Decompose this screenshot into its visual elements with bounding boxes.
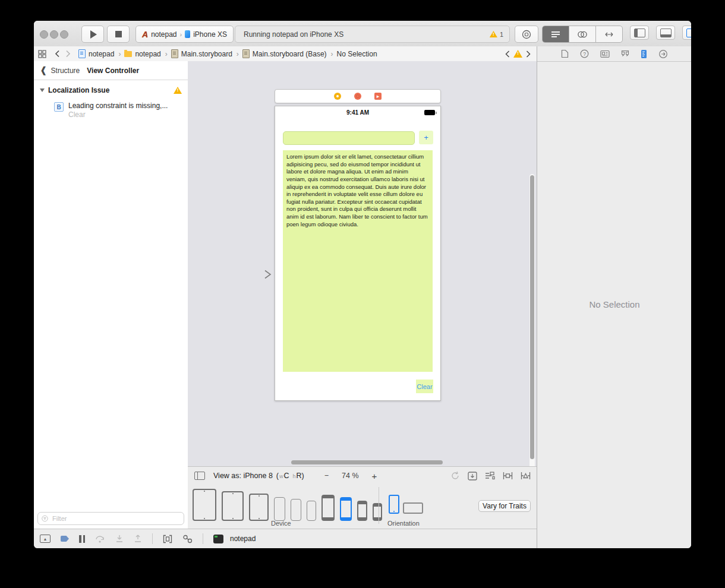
view-controller-icon[interactable] [334, 93, 341, 100]
issue-group-row[interactable]: Localization Issue [34, 86, 188, 94]
scheme-project: notepad [151, 30, 176, 39]
breadcrumb-chevron: › [331, 50, 333, 58]
status-text: Running notepad on iPhone XS [244, 30, 490, 39]
group-warning-icon [174, 87, 182, 94]
vary-for-traits-button[interactable]: Vary for Traits [478, 500, 531, 512]
zoom-window-button[interactable] [60, 30, 68, 39]
update-frames-button[interactable] [450, 471, 460, 480]
current-issue-warning-icon[interactable] [513, 50, 522, 58]
device-iphone-8-plus[interactable] [321, 495, 335, 521]
step-over-button[interactable] [95, 535, 105, 543]
navigator-panel-toggle[interactable] [630, 26, 649, 40]
canvas-vertical-scrollbar[interactable] [529, 174, 535, 466]
related-items-button[interactable] [38, 50, 46, 58]
standard-editor-button[interactable] [543, 26, 569, 42]
issue-navigation [505, 50, 531, 58]
storyboard-file-icon [171, 49, 178, 58]
orientation-landscape[interactable] [403, 502, 423, 514]
device-iphone-xs-max[interactable] [274, 497, 285, 521]
embed-in-button[interactable] [468, 472, 477, 480]
close-window-button[interactable] [40, 30, 48, 39]
add-constraints-button[interactable] [503, 472, 513, 480]
previous-issue-button[interactable] [505, 50, 510, 58]
view-controller-scene[interactable]: 9:41 AM + Lorem ipsum dolor sit er elit … [275, 106, 441, 401]
memory-graph-debugger-button[interactable] [182, 535, 193, 543]
minimize-window-button[interactable] [50, 30, 58, 39]
zoom-level[interactable]: 74 % [342, 472, 359, 480]
warning-count-badge[interactable]: 1 [490, 31, 503, 38]
storyboard-canvas[interactable]: ▸ 9:41 AM + Lorem ipsum dolor sit er eli… [188, 61, 537, 466]
back-chevron-icon[interactable]: ❰ [40, 65, 48, 75]
stop-button[interactable] [107, 26, 130, 43]
add-note-button[interactable]: + [419, 131, 433, 144]
orientation-portrait-selected[interactable] [389, 495, 399, 514]
device-iphone-4s[interactable] [373, 503, 382, 521]
identity-inspector-tab[interactable] [600, 50, 610, 58]
filter-icon [42, 515, 48, 522]
debug-area-toggle[interactable]: ▲ [40, 535, 51, 543]
clear-button[interactable]: Clear [416, 380, 433, 393]
breadcrumb-folder[interactable]: notepad › [124, 50, 167, 58]
scheme-selector[interactable]: A notepad › iPhone XS [135, 26, 234, 43]
step-out-button[interactable] [134, 535, 142, 543]
debug-bar: ▲ notepad [34, 529, 537, 548]
device-ipad-pro-12[interactable] [193, 489, 216, 521]
inspector-panel-toggle[interactable] [682, 26, 691, 40]
running-process-name[interactable]: notepad [230, 535, 256, 543]
device-iphone-se[interactable] [357, 501, 367, 521]
debug-panel-toggle[interactable] [656, 26, 675, 40]
first-responder-icon[interactable] [354, 93, 361, 100]
version-editor-button[interactable] [596, 26, 622, 42]
attributes-inspector-tab[interactable] [621, 49, 629, 58]
assistant-editor-button[interactable] [569, 26, 596, 42]
device-ipad-pro-10[interactable] [222, 491, 244, 521]
run-button[interactable] [81, 26, 104, 43]
view-as-button[interactable]: View as: iPhone 8 ( w C h R) [213, 472, 304, 480]
device-bar-divider [379, 487, 379, 524]
library-button[interactable] [515, 26, 538, 43]
folder-icon [124, 51, 132, 57]
breadcrumb-chevron: › [165, 50, 168, 58]
pause-button[interactable] [79, 535, 85, 543]
go-forward-button[interactable] [65, 50, 71, 58]
breadcrumb-project[interactable]: notepad › [78, 49, 121, 58]
size-inspector-tab-selected[interactable] [641, 49, 647, 59]
canvas-horizontal-scrollbar[interactable] [291, 460, 443, 464]
note-title-textfield[interactable] [283, 131, 415, 145]
next-issue-button[interactable] [526, 50, 531, 58]
align-button[interactable] [485, 472, 495, 480]
breadcrumb-selection[interactable]: No Selection [337, 50, 377, 58]
step-into-button[interactable] [115, 535, 124, 543]
disclosure-triangle-icon[interactable] [40, 88, 45, 92]
note-textview[interactable]: Lorem ipsum dolor sit er elit lamet, con… [283, 150, 433, 372]
document-outline-toggle[interactable] [194, 472, 205, 480]
filter-field[interactable] [37, 512, 184, 525]
constraint-badge-icon: B [54, 102, 64, 112]
xcode-window: A notepad › iPhone XS Running notepad on… [34, 21, 691, 548]
jump-bar: notepad › notepad › Main.storyboard › Ma… [34, 46, 537, 62]
zoom-out-button[interactable]: − [324, 472, 329, 480]
resolve-autolayout-button[interactable] [521, 472, 531, 480]
file-inspector-tab[interactable] [561, 49, 569, 58]
view-hierarchy-debugger-button[interactable] [163, 535, 172, 543]
debug-bar-divider [203, 533, 203, 544]
structure-back-button[interactable]: Structure [51, 67, 80, 75]
sidebar-header: ❰ Structure View Controller [34, 61, 188, 80]
filter-input[interactable] [51, 514, 180, 523]
device-iphone-xr[interactable] [291, 499, 301, 521]
breadcrumb-storyboard[interactable]: Main.storyboard › [171, 49, 239, 58]
running-app-icon[interactable] [213, 535, 223, 543]
breakpoints-toggle[interactable] [61, 536, 69, 542]
exit-segue-icon[interactable]: ▸ [374, 93, 382, 100]
go-back-button[interactable] [55, 50, 60, 58]
vertical-scrollbar-thumb[interactable] [530, 175, 534, 459]
device-iphone-xs[interactable] [307, 501, 316, 521]
quick-help-inspector-tab[interactable]: ? [580, 49, 589, 58]
breadcrumb-storyboard-base[interactable]: Main.storyboard (Base) › [242, 49, 333, 58]
device-iphone-8-selected[interactable] [340, 497, 352, 521]
zoom-in-button[interactable]: + [372, 471, 377, 481]
device-ipad[interactable] [249, 494, 269, 521]
issue-item-row[interactable]: B Leading constraint is missing,... Clea… [34, 102, 188, 119]
project-file-icon [78, 49, 86, 58]
connections-inspector-tab[interactable] [658, 49, 668, 59]
